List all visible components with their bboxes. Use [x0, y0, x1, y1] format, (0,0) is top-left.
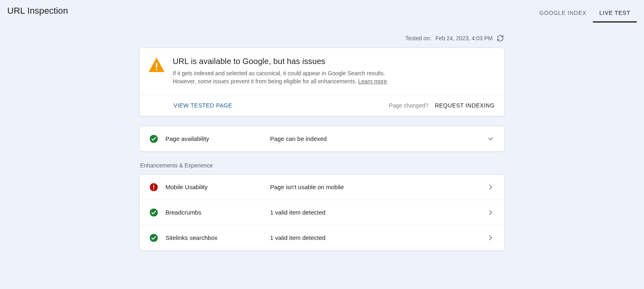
summary-card: URL is available to Google, but has issu… [139, 47, 505, 116]
enhancement-row-sitelinks-searchbox[interactable]: Sitelinks searchbox 1 valid item detecte… [140, 225, 504, 250]
enhancement-label: Mobile Usability [165, 184, 270, 190]
summary-desc-line1: If it gets indexed and selected as canon… [173, 70, 385, 76]
page-availability-card: Page availability Page can be indexed [139, 126, 505, 152]
svg-rect-4 [153, 185, 154, 188]
page-availability-label: Page availability [165, 135, 270, 142]
chevron-right-icon [487, 183, 495, 191]
enhancement-label: Breadcrumbs [165, 209, 270, 216]
tested-on-row: Tested on: Feb 24, 2023, 4:03 PM [139, 35, 505, 42]
enhancement-row-breadcrumbs[interactable]: Breadcrumbs 1 valid item detected [140, 200, 504, 225]
chevron-right-icon [487, 234, 495, 242]
enhancement-value: Page isn't usable on mobile [270, 184, 487, 190]
enhancement-label: Sitelinks searchbox [165, 234, 270, 241]
error-circle-icon [149, 183, 158, 192]
summary-description: If it gets indexed and selected as canon… [173, 69, 387, 86]
page-availability-value: Page can be indexed [270, 135, 487, 142]
enhancement-value: 1 valid item detected [270, 234, 487, 241]
summary-title: URL is available to Google, but has issu… [173, 57, 387, 66]
svg-rect-1 [156, 69, 157, 70]
svg-rect-0 [156, 63, 157, 67]
tested-on-value: Feb 24, 2023, 4:03 PM [436, 35, 493, 41]
enhancement-row-mobile-usability[interactable]: Mobile Usability Page isn't usable on mo… [140, 175, 504, 200]
check-circle-icon [149, 208, 158, 217]
page-changed-label: Page changed? [389, 102, 428, 109]
page-availability-row[interactable]: Page availability Page can be indexed [140, 126, 504, 151]
learn-more-link[interactable]: Learn more [358, 78, 387, 85]
tab-live-test[interactable]: LIVE TEST [593, 6, 637, 23]
tab-google-index[interactable]: GOOGLE INDEX [533, 6, 593, 23]
tested-on-label: Tested on: [405, 35, 431, 41]
view-tested-page-button[interactable]: VIEW TESTED PAGE [173, 102, 232, 109]
request-indexing-button[interactable]: REQUEST INDEXING [435, 102, 495, 109]
chevron-right-icon [487, 208, 495, 217]
refresh-icon[interactable] [497, 35, 504, 42]
tabs: GOOGLE INDEX LIVE TEST [533, 6, 637, 23]
summary-desc-line2: However, some issues prevent it from bei… [173, 78, 358, 85]
enhancements-card: Mobile Usability Page isn't usable on mo… [139, 174, 505, 251]
page-title: URL Inspection [7, 6, 68, 16]
chevron-down-icon [487, 135, 495, 143]
svg-rect-5 [153, 188, 154, 189]
check-circle-icon [149, 134, 158, 143]
check-circle-icon [149, 233, 158, 242]
enhancement-value: 1 valid item detected [270, 209, 487, 216]
warning-triangle-icon [149, 58, 165, 72]
enhancements-section-label: Enhancements & Experience [140, 162, 505, 169]
